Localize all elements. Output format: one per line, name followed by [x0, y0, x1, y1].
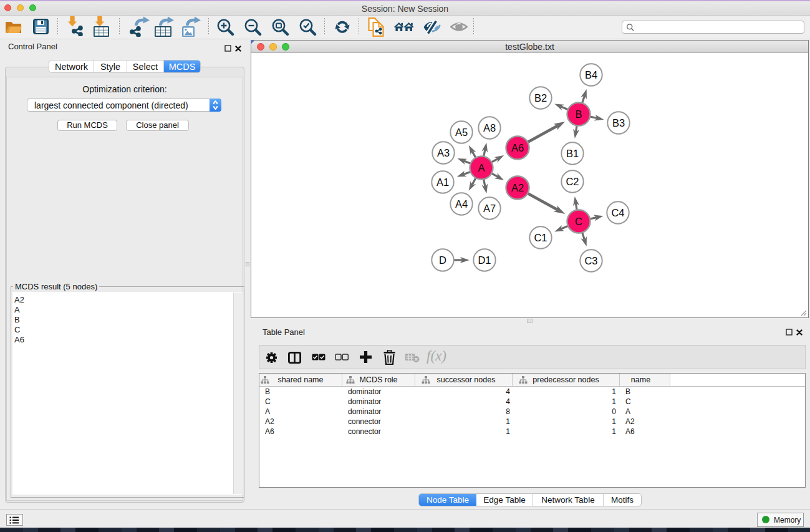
svg-text:A4: A4 — [455, 198, 468, 210]
svg-text:C1: C1 — [534, 232, 547, 243]
svg-text:A8: A8 — [483, 122, 496, 133]
svg-text:B2: B2 — [534, 92, 547, 104]
svg-text:B1: B1 — [566, 148, 579, 159]
svg-text:B3: B3 — [612, 117, 625, 128]
svg-text:C: C — [575, 216, 582, 227]
svg-text:A1: A1 — [436, 177, 449, 188]
svg-text:A: A — [478, 162, 485, 173]
svg-text:A7: A7 — [483, 203, 496, 214]
svg-text:C2: C2 — [566, 176, 579, 187]
svg-text:A3: A3 — [437, 147, 450, 158]
svg-text:D: D — [439, 254, 446, 266]
svg-text:A5: A5 — [455, 127, 468, 138]
svg-text:B4: B4 — [585, 69, 597, 80]
svg-text:C3: C3 — [584, 255, 597, 266]
svg-text:A2: A2 — [511, 182, 524, 193]
svg-text:D1: D1 — [478, 254, 491, 266]
svg-text:C4: C4 — [611, 207, 624, 218]
svg-text:A6: A6 — [511, 142, 524, 153]
svg-text:B: B — [575, 109, 582, 120]
